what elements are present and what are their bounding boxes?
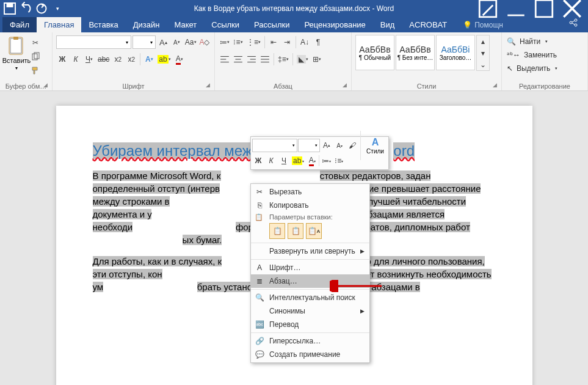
tab-view[interactable]: Вид — [373, 17, 402, 32]
clipboard-icon: 📋 — [255, 213, 263, 221]
cm-synonyms[interactable]: Синонимы▶ — [251, 304, 369, 318]
font-size-combo[interactable]: ▾ — [132, 35, 156, 49]
cm-smart-lookup[interactable]: 🔍Интеллектуальный поиск — [251, 291, 369, 304]
style-heading[interactable]: АаБбВі Заголово… — [436, 35, 475, 70]
change-case-icon[interactable]: Aa▾ — [184, 35, 197, 49]
align-left-icon[interactable] — [219, 53, 231, 66]
svg-rect-3 — [479, 0, 496, 17]
tab-design[interactable]: Дизайн — [126, 17, 167, 32]
mini-grow-font[interactable]: A▴ — [321, 139, 333, 152]
paste-button[interactable]: Вставить ▾ — [4, 35, 29, 78]
chevron-right-icon: ▶ — [360, 248, 365, 254]
mini-shrink-font[interactable]: A▾ — [333, 139, 346, 152]
style-no-spacing[interactable]: АаБбВв ¶ Без инте… — [396, 35, 435, 70]
mini-bold[interactable]: Ж — [252, 154, 264, 167]
find-button[interactable]: 🔍Найти▾ — [507, 35, 583, 48]
clear-formatting-icon[interactable]: A◇ — [198, 35, 211, 49]
cm-new-comment[interactable]: 💬Создать примечание — [251, 348, 369, 361]
cm-hyperlink[interactable]: 🔗Гиперссылка… — [251, 334, 369, 348]
smart-lookup-icon: 🔍 — [255, 293, 264, 302]
styles-scroll-down[interactable]: ▾ — [477, 47, 489, 59]
tab-acrobat[interactable]: ACROBAT — [402, 17, 454, 32]
svg-line-12 — [572, 23, 575, 24]
font-color-icon[interactable]: A▾ — [173, 53, 186, 66]
font-name-combo[interactable]: ▾ — [56, 35, 131, 49]
maximize-icon[interactable] — [531, 0, 557, 17]
cm-translate[interactable]: 🔤Перевод — [251, 318, 369, 331]
decrease-indent-icon[interactable]: ⇤ — [267, 35, 280, 49]
paste-keep-formatting[interactable]: 📋 — [269, 223, 285, 239]
styles-dialog-launcher[interactable]: ◢ — [493, 82, 500, 89]
svg-rect-5 — [535, 0, 553, 17]
shading-icon[interactable]: ◣▾ — [296, 53, 310, 66]
text-effects-icon[interactable]: A▾ — [143, 53, 155, 66]
mini-numbering-icon[interactable]: ⁝≡▾ — [333, 154, 345, 167]
paste-merge-formatting[interactable]: 📋 — [288, 223, 303, 239]
justify-icon[interactable] — [259, 53, 271, 66]
tab-review[interactable]: Рецензирование — [297, 17, 372, 32]
mini-size-combo[interactable]: ▾ — [298, 139, 320, 152]
strikethrough-button[interactable]: abc — [96, 53, 111, 66]
cut-icon[interactable]: ✂ — [29, 36, 42, 50]
align-right-icon[interactable] — [245, 53, 258, 66]
format-painter-icon[interactable] — [29, 64, 42, 78]
increase-indent-icon[interactable]: ⇥ — [281, 35, 293, 49]
redo-icon[interactable] — [34, 1, 49, 16]
tab-file[interactable]: Файл — [2, 17, 37, 32]
line-spacing-icon[interactable]: ‡≡▾ — [277, 53, 290, 66]
shrink-font-icon[interactable]: A▾ — [170, 35, 183, 49]
style-normal[interactable]: АаБбВв ¶ Обычный — [355, 35, 394, 70]
grow-font-icon[interactable]: A▴ — [157, 35, 169, 49]
mini-underline[interactable]: Ч — [278, 154, 290, 167]
cm-cut[interactable]: ✂Вырезать — [251, 185, 369, 199]
subscript-button[interactable]: x2 — [112, 53, 124, 66]
numbering-icon[interactable]: ⁝≡▾ — [232, 35, 244, 49]
highlight-icon[interactable]: ab▾ — [156, 53, 172, 66]
multilevel-list-icon[interactable]: ⋮≡▾ — [245, 35, 262, 49]
cm-paragraph[interactable]: ≣Абзац… — [251, 274, 369, 288]
ribbon-options-icon[interactable] — [474, 0, 501, 17]
cm-font[interactable]: AШрифт… — [251, 261, 369, 274]
tab-mailings[interactable]: Рассылки — [247, 17, 297, 32]
link-icon: 🔗 — [255, 336, 264, 346]
paragraph-dialog-launcher[interactable]: ◢ — [343, 82, 350, 89]
cm-expand-collapse[interactable]: Развернуть или свернуть▶ — [251, 244, 369, 258]
translate-icon: 🔤 — [255, 320, 264, 329]
tab-layout[interactable]: Макет — [167, 17, 204, 32]
mini-font-color-icon[interactable]: A▾ — [306, 154, 318, 167]
align-center-icon[interactable] — [232, 53, 244, 66]
copy-icon[interactable] — [29, 50, 42, 64]
mini-bullets-icon[interactable]: ≔▾ — [320, 154, 332, 167]
clipboard-dialog-launcher[interactable]: ◢ — [43, 82, 51, 89]
underline-button[interactable]: Ч▾ — [83, 53, 95, 66]
tab-references[interactable]: Ссылки — [204, 17, 247, 32]
styles-more[interactable]: ⌄ — [477, 59, 489, 70]
save-icon[interactable] — [2, 1, 17, 16]
styles-scroll-up[interactable]: ▴ — [477, 35, 489, 47]
qat-customize-icon[interactable]: ▾ — [50, 1, 65, 16]
undo-icon[interactable] — [18, 1, 33, 16]
cm-copy[interactable]: ⎘Копировать — [251, 199, 369, 212]
tab-insert[interactable]: Вставка — [81, 17, 125, 32]
svg-point-10 — [575, 24, 577, 26]
sort-icon[interactable]: A↓ — [299, 35, 311, 49]
tab-home[interactable]: Главная — [37, 17, 81, 32]
group-font: ▾ ▾ A▴ A▾ Aa▾ A◇ Ж К Ч▾ abc x2 x2 A▾ ab▾… — [53, 32, 215, 90]
mini-highlight-icon[interactable]: ab▾ — [291, 154, 305, 167]
bullets-icon[interactable]: ≔▾ — [219, 35, 231, 49]
superscript-button[interactable]: x2 — [125, 53, 137, 66]
paste-text-only[interactable]: 📋A — [306, 223, 322, 239]
mini-font-combo[interactable]: ▾ — [252, 139, 297, 152]
show-marks-icon[interactable]: ¶ — [312, 35, 324, 49]
italic-button[interactable]: К — [70, 53, 82, 66]
font-dialog-launcher[interactable]: ◢ — [206, 82, 213, 89]
mini-format-painter-icon[interactable]: 🖌 — [346, 139, 358, 152]
close-icon[interactable] — [559, 0, 586, 17]
bold-button[interactable]: Ж — [56, 53, 68, 66]
mini-italic[interactable]: К — [265, 154, 277, 167]
replace-button[interactable]: ᵃᵇ↔Заменить — [507, 48, 583, 62]
select-button[interactable]: ↖Выделить▾ — [507, 62, 583, 75]
window-controls — [474, 0, 586, 17]
minimize-icon[interactable] — [503, 0, 529, 17]
borders-icon[interactable]: ⊞▾ — [311, 53, 323, 66]
